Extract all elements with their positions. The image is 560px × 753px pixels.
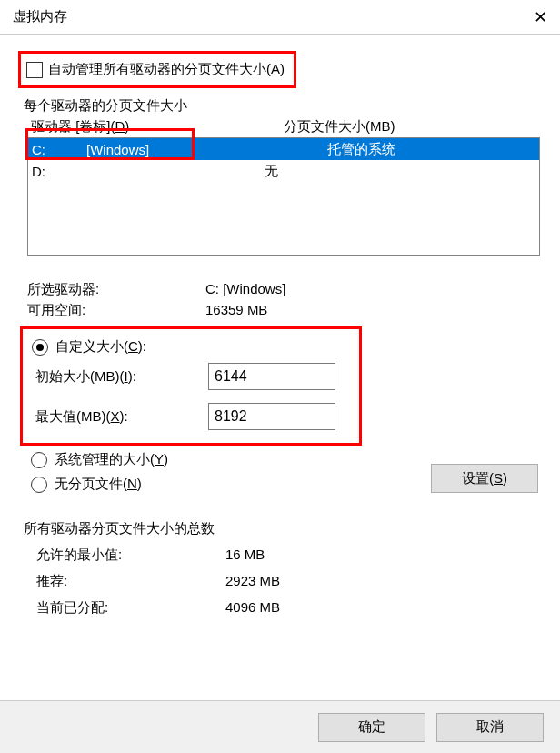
custom-size-label: 自定义大小(C): — [55, 338, 146, 356]
drive-size: 无 — [86, 163, 539, 180]
selected-drive-value: C: [Windows] — [205, 281, 285, 298]
min-allowed-label: 允许的最小值: — [36, 547, 225, 564]
initial-size-label: 初始大小(MB)(I): — [35, 368, 208, 386]
close-icon[interactable]: ✕ — [534, 7, 547, 27]
auto-manage-label: 自动管理所有驱动器的分页文件大小(A) — [48, 61, 285, 78]
highlight-custom-size: 自定义大小(C): 初始大小(MB)(I): 最大值(MB)(X): — [20, 326, 362, 446]
recommended-label: 推荐: — [36, 573, 225, 590]
drive-letter: D: — [32, 164, 86, 179]
drive-label: [Windows] — [86, 142, 149, 157]
custom-size-radio[interactable] — [32, 339, 48, 356]
current-alloc-value: 4096 MB — [225, 599, 280, 617]
auto-manage-checkbox-row[interactable]: 自动管理所有驱动器的分页文件大小(A) — [26, 61, 285, 78]
max-size-input[interactable] — [208, 403, 335, 430]
available-space-value: 16359 MB — [205, 302, 267, 319]
available-space-label: 可用空间: — [27, 302, 205, 319]
no-page-radio[interactable] — [31, 477, 47, 493]
drive-letter: C: — [32, 142, 86, 157]
recommended-value: 2923 MB — [225, 573, 280, 590]
selected-drive-label: 所选驱动器: — [27, 281, 205, 298]
system-managed-label: 系统管理的大小(Y) — [55, 451, 168, 468]
drive-size: 托管的系统 — [149, 141, 539, 158]
per-drive-header: 每个驱动器的分页文件大小 — [24, 97, 542, 115]
totals-title: 所有驱动器分页文件大小的总数 — [24, 520, 542, 537]
initial-size-input[interactable] — [208, 363, 335, 390]
cancel-button[interactable]: 取消 — [436, 713, 544, 742]
drive-row-d[interactable]: D: 无 — [28, 160, 539, 182]
dialog-body: 自动管理所有驱动器的分页文件大小(A) 每个驱动器的分页文件大小 驱动器 [卷标… — [0, 35, 560, 635]
no-page-label: 无分页文件(N) — [55, 476, 142, 493]
auto-manage-checkbox[interactable] — [26, 62, 43, 78]
custom-size-radio-row[interactable]: 自定义大小(C): — [32, 338, 352, 356]
highlight-auto-manage: 自动管理所有驱动器的分页文件大小(A) — [18, 51, 296, 88]
drive-list[interactable]: C: [Windows] 托管的系统 D: 无 — [27, 137, 540, 256]
drive-list-header: 驱动器 [卷标](D) 分页文件大小(MB) — [31, 118, 542, 136]
drive-row-c[interactable]: C: [Windows] 托管的系统 — [28, 138, 539, 160]
current-alloc-label: 当前已分配: — [36, 599, 225, 617]
column-drive: 驱动器 [卷标](D) — [31, 118, 284, 136]
set-button[interactable]: 设置(S) — [431, 464, 538, 493]
system-managed-radio[interactable] — [31, 452, 47, 468]
min-allowed-value: 16 MB — [225, 547, 265, 564]
window-title: 虚拟内存 — [13, 8, 67, 25]
titlebar: 虚拟内存 ✕ — [0, 0, 560, 35]
totals-section: 所有驱动器分页文件大小的总数 允许的最小值: 16 MB 推荐: 2923 MB… — [24, 520, 542, 617]
ok-button[interactable]: 确定 — [318, 713, 425, 742]
column-size: 分页文件大小(MB) — [284, 118, 395, 136]
selected-drive-info: 所选驱动器: C: [Windows] 可用空间: 16359 MB — [27, 281, 542, 319]
dialog-footer: 确定 取消 — [0, 700, 560, 753]
max-size-label: 最大值(MB)(X): — [35, 408, 208, 426]
